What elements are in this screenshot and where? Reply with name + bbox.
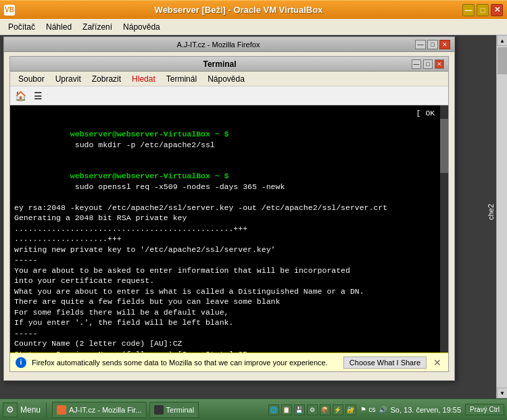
terminal-line-15: ----- bbox=[14, 328, 444, 339]
systray-icon-2[interactable]: 📋 bbox=[281, 404, 292, 415]
systray-icon-group: 🌐 📋 💾 ⚙ 📦 ⚡ 🔐 bbox=[268, 404, 356, 415]
terminal-line-10: into your certificate request. bbox=[14, 275, 444, 286]
systray-icon-3[interactable]: 💾 bbox=[294, 404, 305, 415]
toolbar-home-icon[interactable]: 🏠 bbox=[13, 88, 28, 103]
terminal-line-1: webserver@webserver-VirtualBox ~ $ sudo … bbox=[14, 119, 444, 161]
firefox-window-controls: — □ ✕ bbox=[415, 40, 450, 49]
terminal-line-13: For some fields there will be a default … bbox=[14, 307, 444, 318]
systray-flag: ⚑ bbox=[360, 406, 366, 413]
terminal-cmd-2: sudo openssl req -x509 -nodes -days 365 … bbox=[70, 182, 285, 191]
firefox-titlebar: A.J-IT.cz - Mozilla Firefox — □ ✕ bbox=[4, 37, 454, 52]
vbox-menubar: Počítač Náhled Zařízení Nápověda bbox=[0, 19, 507, 35]
vbox-scroll-up[interactable]: ▲ bbox=[497, 35, 507, 46]
systray-lang: cs bbox=[369, 406, 376, 413]
terminal-line-4: Generating a 2048 bit RSA private key bbox=[14, 213, 444, 224]
terminal-minimize-button[interactable]: — bbox=[412, 59, 421, 69]
terminal-prompt-1: webserver@webserver-VirtualBox ~ $ bbox=[70, 130, 229, 138]
terminal-menubar: Soubor Upravit Zobrazit Hledat Terminál … bbox=[10, 72, 448, 86]
systray-icon-6[interactable]: ⚡ bbox=[333, 404, 343, 415]
terminal-line-9: You are about to be asked to enter infor… bbox=[14, 265, 444, 276]
terminal-line-3: ey rsa:2048 -keyout /etc/apache2/ssl/ser… bbox=[14, 203, 444, 213]
terminal-menu-zobrazit[interactable]: Zobrazit bbox=[87, 73, 126, 85]
terminal-window-controls: — □ ✕ bbox=[412, 59, 444, 69]
terminal-line-11: What you are about to enter is what is c… bbox=[14, 286, 444, 297]
firefox-close-button[interactable]: ✕ bbox=[439, 40, 450, 49]
taskbar-terminal-label: Terminal bbox=[166, 406, 195, 414]
terminal-ok-label: [ OK ] bbox=[14, 108, 444, 119]
terminal-body[interactable]: [ OK ] webserver@webserver-VirtualBox ~ … bbox=[10, 105, 448, 371]
terminal-maximize-button[interactable]: □ bbox=[423, 59, 433, 69]
vbox-menu-zarizeni[interactable]: Zařízení bbox=[77, 21, 118, 33]
toolbar-hamburger-icon[interactable]: ☰ bbox=[30, 88, 45, 103]
vbox-menu-nahled[interactable]: Náhled bbox=[41, 21, 77, 33]
taskbar-menu-text[interactable]: Menu bbox=[20, 405, 41, 415]
taskbar-systray: 🌐 📋 💾 ⚙ 📦 ⚡ 🔐 ⚑ cs 🔊 So, 13. červen, 19:… bbox=[268, 404, 504, 415]
taskbar-app-firefox[interactable]: AJ-IT.cz - Mozilla Fir... bbox=[52, 402, 147, 418]
terminal-menu-upravit[interactable]: Upravit bbox=[50, 73, 87, 85]
terminal-titlebar: Terminal — □ ✕ bbox=[10, 57, 448, 72]
terminal-toolbar-icons: 🏠 ☰ bbox=[13, 88, 45, 103]
vbox-minimize-button[interactable]: — bbox=[462, 4, 475, 16]
vbox-scrollbar[interactable]: ▲ ▼ bbox=[496, 35, 507, 398]
terminal-line-5: ........................................… bbox=[14, 224, 444, 234]
terminal-menu-soubor[interactable]: Soubor bbox=[13, 73, 50, 85]
terminal-title: Terminal bbox=[28, 59, 412, 69]
vbox-title: Webserver [Beži] - Oracle VM VirtualBox bbox=[15, 5, 462, 15]
terminal-line-8: ----- bbox=[14, 255, 444, 265]
vbox-menu-napoveda[interactable]: Nápověda bbox=[118, 21, 166, 33]
firefox-restore-button[interactable]: □ bbox=[427, 40, 438, 49]
terminal-line-7: writing new private key to '/etc/apache2… bbox=[14, 244, 444, 255]
terminal-scrollbar[interactable] bbox=[440, 105, 448, 371]
vbox-app-icon: VB bbox=[4, 5, 15, 16]
systray-input-group: ⚑ cs 🔊 bbox=[360, 406, 387, 413]
vbox-restore-button[interactable]: □ bbox=[477, 4, 489, 16]
terminal-toolbar: 🏠 ☰ bbox=[10, 86, 448, 105]
systray-datetime: So, 13. červen, 19:55 bbox=[391, 406, 462, 414]
terminal-cmd-1: sudo mkdir -p /etc/apache2/ssl bbox=[70, 140, 215, 149]
taskbar-firefox-icon bbox=[57, 405, 66, 415]
choose-what-i-share-button[interactable]: Choose What I Share bbox=[343, 357, 427, 369]
systray-volume[interactable]: 🔊 bbox=[379, 406, 387, 413]
vbox-right-label: che2 bbox=[487, 204, 495, 220]
taskbar-gear-icon[interactable]: ⚙ bbox=[3, 402, 18, 417]
taskbar-start-area: ⚙ Menu bbox=[3, 402, 41, 417]
vbox-titlebar: VB Webserver [Beži] - Oracle VM VirtualB… bbox=[0, 0, 507, 19]
taskbar: ⚙ Menu AJ-IT.cz - Mozilla Fir... Termina… bbox=[0, 398, 507, 420]
terminal-menu-terminal[interactable]: Terminál bbox=[161, 73, 202, 85]
vbox-window-controls: — □ ✕ bbox=[462, 4, 503, 16]
vbox-close-button[interactable]: ✕ bbox=[491, 4, 503, 16]
notification-icon: i bbox=[16, 357, 26, 368]
vbox-content: A.J-IT.cz - Mozilla Firefox — □ ✕ Termin… bbox=[0, 35, 507, 398]
terminal-menu-napoveda[interactable]: Nápověda bbox=[202, 73, 250, 85]
terminal-close-button[interactable]: ✕ bbox=[435, 59, 444, 69]
notification-text: Firefox automatically sends some data to… bbox=[32, 359, 338, 367]
taskbar-terminal-icon bbox=[154, 405, 164, 415]
systray-icon-1[interactable]: 🌐 bbox=[268, 404, 279, 415]
taskbar-right-ctrl[interactable]: Pravý Ctrl bbox=[465, 404, 504, 415]
vbox-menu-pocitac[interactable]: Počítač bbox=[3, 21, 41, 33]
systray-icon-5[interactable]: 📦 bbox=[320, 404, 331, 415]
taskbar-separator bbox=[46, 402, 47, 417]
vbox-scrollbar-thumb bbox=[498, 47, 507, 74]
terminal-line-2: webserver@webserver-VirtualBox ~ $ sudo … bbox=[14, 161, 444, 203]
terminal-scrollbar-thumb bbox=[440, 119, 448, 173]
firefox-title: A.J-IT.cz - Mozilla Firefox bbox=[22, 41, 415, 49]
firefox-minimize-button[interactable]: — bbox=[415, 40, 426, 49]
terminal-line-6: ....................+++ bbox=[14, 234, 444, 244]
vbox-scroll-down[interactable]: ▼ bbox=[497, 388, 507, 398]
firefox-notification-bar: i Firefox automatically sends some data … bbox=[10, 352, 448, 371]
terminal-line-16: Country Name (2 letter code) [AU]:CZ bbox=[14, 338, 444, 349]
terminal-window: Terminal — □ ✕ Soubor Upravit Zobrazit H… bbox=[9, 56, 449, 372]
systray-icon-4[interactable]: ⚙ bbox=[307, 404, 318, 415]
notification-close-button[interactable]: ✕ bbox=[432, 357, 443, 368]
firefox-window: A.J-IT.cz - Mozilla Firefox — □ ✕ Termin… bbox=[3, 36, 455, 381]
taskbar-firefox-label: AJ-IT.cz - Mozilla Fir... bbox=[69, 406, 142, 414]
terminal-menu-hledat[interactable]: Hledat bbox=[126, 73, 161, 85]
terminal-line-12: There are quite a few fields but you can… bbox=[14, 296, 444, 307]
terminal-prompt-2: webserver@webserver-VirtualBox ~ $ bbox=[70, 172, 229, 180]
taskbar-app-terminal[interactable]: Terminal bbox=[149, 402, 199, 418]
systray-icon-7[interactable]: 🔐 bbox=[345, 404, 356, 415]
virtualbox-window: VB Webserver [Beži] - Oracle VM VirtualB… bbox=[0, 0, 507, 420]
terminal-line-14: If you enter '.', the field will be left… bbox=[14, 317, 444, 328]
